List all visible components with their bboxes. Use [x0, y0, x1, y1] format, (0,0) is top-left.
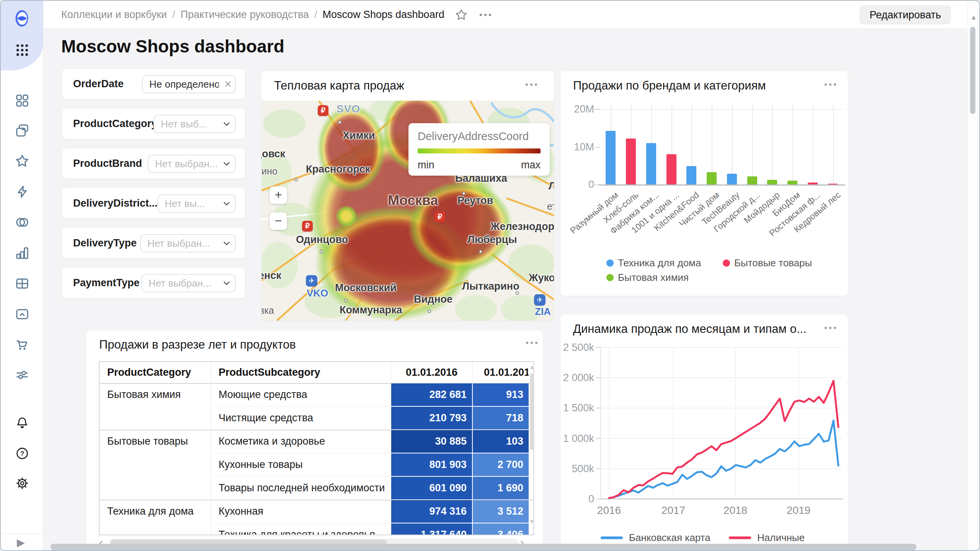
map-label: Москва [388, 192, 438, 209]
map-town-dot [344, 299, 348, 302]
filter-value: Нет выбран... [155, 155, 219, 172]
dashboards-icon[interactable] [14, 276, 30, 292]
store-ruble-marker-icon[interactable]: ₽ [434, 212, 445, 222]
table-widget: Продажи в разрезе лет и продуктов Produc… [87, 330, 543, 551]
services-sliders-icon[interactable] [14, 367, 30, 383]
filter-select[interactable]: Нет выбран... [148, 155, 236, 173]
store-ruble-marker-icon[interactable]: ₽ [302, 221, 313, 231]
filter-select[interactable]: Нет выбран... [140, 234, 236, 253]
datalens-logo-icon[interactable] [15, 10, 28, 28]
map-label: довск [261, 148, 285, 160]
bar-9 [767, 180, 777, 184]
gallery-icon[interactable] [14, 306, 30, 322]
map-zoom-in-button[interactable]: + [270, 186, 287, 204]
collections-icon[interactable] [14, 122, 30, 139]
value-cell-2017: 3 406 [473, 523, 529, 535]
apps-menu-icon[interactable] [14, 42, 30, 58]
sidebar-divider [1, 533, 43, 534]
notifications-bell-icon[interactable] [14, 415, 30, 431]
subcategory-cell: Косметика и здоровье [219, 430, 387, 453]
breadcrumb-more-menu-icon[interactable] [480, 14, 491, 16]
chevron-down-icon [222, 239, 231, 249]
bar-x-axis [599, 184, 845, 186]
legend-dot [606, 259, 614, 267]
app-window: ? ▶ Коллекции и воркбуки / Практические … [0, 0, 980, 551]
table-scroll-up-icon[interactable]: ▲ [529, 364, 534, 370]
legend-item-3[interactable]: Бытовая химия [618, 272, 689, 284]
filter-select[interactable]: Нет вы... [157, 194, 236, 213]
heatmap-legend: DeliveryAddressCoord min max [408, 123, 550, 176]
subcategory-cell: Чистящие средства [219, 406, 387, 430]
table-more-menu-icon[interactable] [526, 342, 537, 344]
value-cell-2017: 3 512 [473, 500, 529, 523]
filter-select[interactable]: Нет выб... [154, 115, 236, 133]
page-vscrollbar-thumb[interactable] [970, 27, 975, 114]
value-cell-2017: 2 700 [473, 453, 529, 476]
line-legend-item-1[interactable]: Банковская карта [629, 532, 710, 544]
chevron-down-icon [222, 199, 231, 209]
scroll-up-icon[interactable]: ▲ [970, 14, 977, 21]
clear-filter-icon[interactable]: × [224, 76, 232, 93]
filter-date-input[interactable]: Не определено - Н× [142, 75, 236, 93]
filter-label: ProductBrand [73, 148, 142, 179]
bar-5 [686, 166, 696, 184]
subcategory-cell: Моющие средства [219, 383, 387, 406]
line-x-tick: 2018 [718, 504, 753, 517]
category-cell: Бытовые товары [107, 430, 207, 453]
bar-chart-title: Продажи по брендам и категориям [573, 79, 766, 93]
nav-grid-icon[interactable] [14, 93, 30, 109]
breadcrumb-current: Moscow Shops dashboard [322, 9, 444, 21]
sidebar-collapse-icon[interactable]: ▶ [17, 536, 25, 549]
line-y-tick: 2 500k [561, 342, 594, 354]
bar-gridline [792, 105, 793, 184]
breadcrumb-collections[interactable]: Коллекции и воркбуки [61, 9, 167, 21]
value-cell-2017: 1 690 [473, 477, 529, 499]
table-title: Продажи в разрезе лет и продуктов [99, 338, 296, 352]
bar-1 [606, 131, 616, 184]
page-vscrollbar[interactable]: ▲ [967, 1, 979, 551]
sidebar: ? ▶ [1, 1, 43, 551]
subcategory-cell: Кухонные товары [219, 453, 387, 476]
page-hscrollbar-thumb[interactable] [51, 544, 916, 550]
map-label: Красногорск [306, 163, 370, 175]
bar-chart-more-menu-icon[interactable] [825, 83, 836, 86]
marketplace-cart-icon[interactable] [14, 337, 30, 353]
edit-button[interactable]: Редактировать [859, 5, 951, 24]
line-legend-item-2[interactable]: Наличные [757, 532, 805, 544]
settings-gear-icon[interactable] [14, 475, 30, 491]
bar-y-tick: 10M [564, 141, 594, 153]
favorites-star-icon[interactable] [14, 153, 30, 169]
table-vscroll-thumb[interactable] [530, 373, 534, 450]
column-header: 01.01.2017 [484, 362, 529, 383]
map-label: Люберцы [467, 234, 517, 246]
heatmap-more-menu-icon[interactable] [526, 83, 537, 86]
bar-y-tickmark [595, 109, 600, 110]
map-label: ZIA [535, 306, 551, 318]
connections-bolt-icon[interactable] [14, 184, 30, 200]
breadcrumb-separator: / [314, 9, 317, 21]
value-cell-2016: 974 316 [391, 500, 472, 523]
legend-item-1[interactable]: Техника для дома [618, 257, 701, 269]
table-scroll-down-icon[interactable]: ▼ [529, 518, 534, 525]
heatmap-legend-title: DeliveryAddressCoord [418, 130, 529, 143]
column-header: ProductSubcategory [219, 362, 391, 383]
store-ruble-marker-icon[interactable]: ₽ [318, 105, 328, 116]
filter-value: Не определено - Н [149, 76, 219, 93]
map-label: Химки [343, 130, 375, 142]
breadcrumb-guides[interactable]: Практические руководства [180, 9, 309, 21]
line-x-tick: 2016 [592, 504, 626, 517]
legend-item-2[interactable]: Бытовые товары [734, 257, 812, 269]
charts-icon[interactable] [14, 245, 30, 261]
heatmap-legend-max: max [521, 159, 541, 171]
map-zoom-out-button[interactable]: − [270, 212, 287, 230]
filter-label: DeliveryDistrict... [73, 188, 158, 218]
map-label: Одинцово [296, 234, 348, 246]
favorite-star-icon[interactable] [454, 8, 468, 22]
help-icon[interactable]: ? [14, 445, 30, 461]
chevron-down-icon [222, 279, 231, 289]
filter-select[interactable]: Нет выбран... [141, 274, 236, 292]
bar-12 [828, 184, 838, 184]
datasets-icon[interactable] [14, 214, 30, 230]
heatmap-map[interactable]: SVOХимкидовскКрасногорскиноМоскваБалаших… [261, 101, 554, 321]
line-y-tick: 1 000k [561, 433, 594, 445]
